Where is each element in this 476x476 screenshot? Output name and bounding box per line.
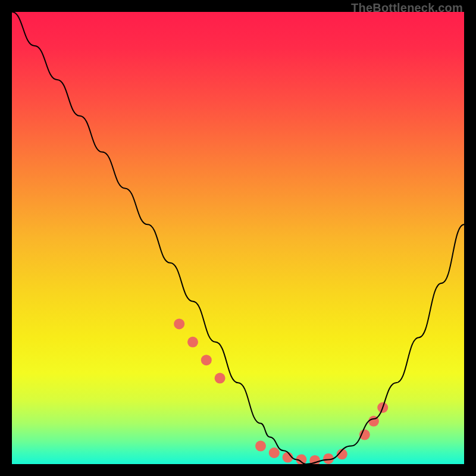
marker-dot: [215, 373, 226, 384]
marker-dots: [174, 318, 388, 464]
marker-dot: [174, 318, 184, 329]
plot-area: [12, 12, 464, 464]
marker-dot: [269, 447, 280, 458]
watermark-text: TheBottleneck.com: [351, 1, 463, 15]
marker-dot: [201, 355, 212, 365]
chart-svg: [12, 12, 464, 464]
marker-dot: [187, 337, 198, 347]
chart-stage: TheBottleneck.com: [0, 0, 476, 476]
marker-dot: [255, 441, 266, 452]
curve-line: [12, 12, 464, 464]
